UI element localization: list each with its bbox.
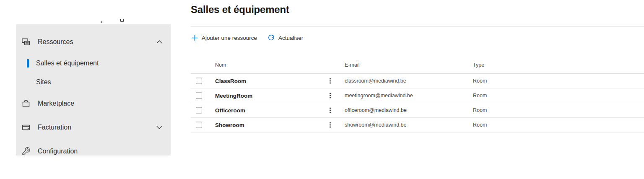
- resource-type: Room: [473, 118, 487, 132]
- sidebar-item-label: Sites: [36, 78, 51, 86]
- row-checkbox[interactable]: [196, 107, 202, 114]
- resource-email: showroom@mediawind.be: [345, 118, 406, 132]
- resource-email: meetingroom@mediawind.be: [345, 88, 413, 103]
- sidebar-item-label: Marketplace: [38, 100, 74, 107]
- sidebar-item-label: Salles et équipement: [36, 60, 99, 67]
- resource-name[interactable]: ClassRoom: [215, 74, 246, 88]
- resource-name[interactable]: Officeroom: [215, 103, 245, 118]
- add-resource-button[interactable]: Ajouter une ressource: [192, 35, 257, 41]
- resource-type: Room: [473, 74, 487, 88]
- column-header-email: E-mail: [345, 62, 359, 68]
- plus-icon: [192, 35, 198, 41]
- marketplace-icon: [21, 99, 31, 109]
- billing-card-icon: [21, 122, 31, 132]
- add-resource-label: Ajouter une ressource: [202, 35, 257, 41]
- row-checkbox[interactable]: [196, 93, 202, 99]
- sidebar-item-sites[interactable]: Sites: [16, 76, 171, 88]
- page-title: Salles et équipement: [191, 4, 289, 16]
- sidebar-item-label: Facturation: [38, 124, 71, 131]
- resource-table: ClassRoom classroom@mediawind.be Room Me…: [191, 74, 644, 132]
- more-options-icon[interactable]: [328, 77, 332, 85]
- more-options-icon[interactable]: [328, 121, 332, 129]
- more-options-icon[interactable]: [328, 92, 332, 100]
- sidebar-item-facturation[interactable]: Facturation: [16, 121, 171, 134]
- sidebar-item-label: Ressources: [38, 38, 73, 46]
- refresh-icon: [268, 34, 275, 41]
- chevron-down-icon[interactable]: [156, 126, 162, 129]
- resource-name[interactable]: Showroom: [215, 118, 244, 132]
- resource-type: Room: [473, 103, 487, 118]
- chevron-up-icon[interactable]: [156, 40, 162, 44]
- sidebar-item-marketplace[interactable]: Marketplace: [16, 97, 171, 110]
- clipped-text-fragment: [101, 21, 102, 23]
- resource-email: classroom@mediawind.be: [345, 74, 406, 88]
- sidebar-item-ressources[interactable]: Ressources: [16, 36, 171, 48]
- sidebar-item-salles-et-equipement[interactable]: Salles et équipement: [16, 57, 171, 70]
- wrench-icon: [21, 146, 31, 156]
- more-options-icon[interactable]: [328, 106, 332, 114]
- row-checkbox[interactable]: [196, 78, 202, 84]
- resource-name[interactable]: MeetingRoom: [215, 88, 252, 103]
- resource-type: Room: [473, 88, 487, 103]
- toolbar: Ajouter une ressource Actualiser: [192, 33, 303, 42]
- resources-icon: [21, 37, 31, 47]
- refresh-label: Actualiser: [278, 35, 303, 41]
- row-checkbox[interactable]: [196, 122, 202, 128]
- column-header-nom: Nom: [215, 62, 226, 68]
- table-row[interactable]: ClassRoom classroom@mediawind.be Room: [191, 74, 644, 88]
- divider: [191, 26, 644, 27]
- sidebar-item-label: Configuration: [38, 148, 78, 155]
- refresh-button[interactable]: Actualiser: [268, 34, 303, 41]
- table-row[interactable]: Showroom showroom@mediawind.be Room: [191, 118, 644, 132]
- sidebar: Ressources Salles et équipement Sites Ma…: [16, 24, 171, 156]
- clipped-text-fragment: [120, 19, 124, 22]
- resource-email: officeroom@mediawind.be: [345, 103, 407, 118]
- column-header-type: Type: [473, 62, 484, 68]
- selected-indicator: [27, 59, 29, 67]
- table-row[interactable]: MeetingRoom meetingroom@mediawind.be Roo…: [191, 88, 644, 103]
- table-row[interactable]: Officeroom officeroom@mediawind.be Room: [191, 103, 644, 118]
- sidebar-item-configuration[interactable]: Configuration: [16, 145, 171, 158]
